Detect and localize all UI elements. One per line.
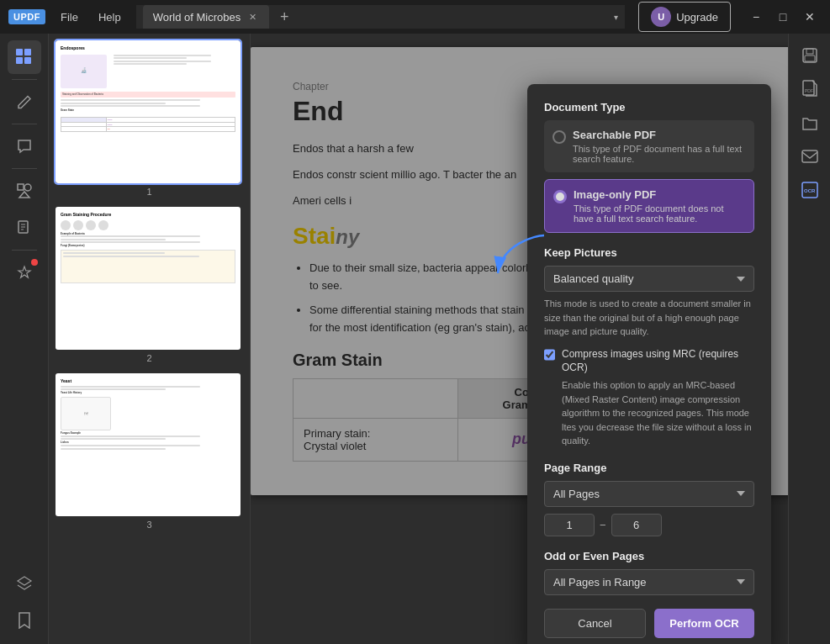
page-number-2: 2 [56, 353, 243, 363]
maximize-button[interactable]: □ [771, 5, 795, 29]
help-menu[interactable]: Help [90, 8, 130, 27]
svg-text:OCR: OCR [804, 188, 816, 193]
document-tab[interactable]: World of Microbes ✕ [143, 5, 270, 29]
page-number-3: 3 [56, 520, 243, 530]
thumbnail-page-1[interactable]: Endospores 🔬 Staining and Observation of… [56, 40, 243, 197]
compress-desc: Enable this option to apply an MRC-based… [562, 378, 754, 448]
page-range-section: Page Range All Pages − [544, 462, 754, 536]
left-sidebar [0, 34, 49, 644]
compress-label: Compress images using MRC (requires OCR) [562, 347, 754, 376]
image-only-pdf-option[interactable]: Image-only PDF This type of PDF document… [544, 179, 754, 233]
sidebar-item-sticker[interactable] [8, 256, 41, 289]
sidebar-item-edit[interactable] [8, 85, 41, 119]
svg-point-5 [24, 184, 31, 191]
odd-even-section: Odd or Even Pages All Pages in Range [544, 550, 754, 595]
sticker-badge [31, 259, 38, 266]
tab-close-button[interactable]: ✕ [246, 10, 259, 24]
right-save-icon[interactable] [795, 40, 825, 71]
document-type-label: Document Type [544, 101, 754, 113]
content-area: Chapter End Endos that a harsh a few End… [251, 34, 788, 644]
dialog-overlay: Document Type Searchable PDF This type o… [251, 34, 788, 644]
svg-rect-4 [18, 184, 24, 190]
right-open-icon[interactable] [795, 108, 825, 138]
right-pdf-icon[interactable]: PDF [795, 74, 825, 104]
searchable-label: Searchable PDF [573, 129, 746, 141]
sidebar-item-layers[interactable] [8, 567, 41, 600]
divider [12, 250, 37, 251]
tabs-dropdown[interactable]: ▾ [614, 13, 618, 22]
page-number-1: 1 [56, 187, 243, 197]
sidebar-item-shapes[interactable] [8, 174, 41, 208]
svg-rect-2 [16, 57, 23, 64]
svg-rect-3 [24, 57, 31, 64]
searchable-desc: This type of PDF document has a full tex… [573, 144, 746, 164]
keep-pictures-label: Keep Pictures [544, 246, 754, 259]
thumbnail-page-3[interactable]: Yeast Yeast Life History 🗺 Fungus Exampl… [56, 373, 243, 530]
sidebar-item-bookmark[interactable] [8, 604, 41, 637]
thumbnail-image-1: Endospores 🔬 Staining and Observation of… [56, 40, 241, 183]
svg-marker-6 [19, 192, 29, 198]
titlebar: UPDF File Help World of Microbes ✕ + ▾ U… [0, 0, 830, 34]
compress-checkbox-row: Compress images using MRC (requires OCR)… [544, 347, 754, 448]
thumbnail-panel: Endospores 🔬 Staining and Observation of… [49, 34, 251, 644]
divider [12, 124, 37, 124]
document-type-section: Document Type Searchable PDF This type o… [544, 101, 754, 233]
user-avatar: U [651, 7, 671, 27]
ocr-dialog: Document Type Searchable PDF This type o… [527, 84, 771, 644]
tab-label: World of Microbes [153, 11, 241, 24]
svg-rect-11 [805, 55, 815, 61]
searchable-pdf-option[interactable]: Searchable PDF This type of PDF document… [544, 120, 754, 172]
svg-rect-0 [16, 49, 23, 55]
menu-bar: File Help [52, 8, 130, 27]
upgrade-button[interactable]: U Upgrade [638, 2, 731, 32]
range-to-input[interactable] [611, 514, 662, 536]
image-only-desc: This type of PDF document does not have … [574, 203, 745, 224]
svg-rect-10 [806, 49, 813, 54]
perform-ocr-button[interactable]: Perform OCR [654, 609, 754, 638]
upgrade-label: Upgrade [676, 11, 718, 24]
image-only-label: Image-only PDF [574, 188, 745, 201]
keep-pictures-section: Keep Pictures Balanced quality This mode… [544, 246, 754, 448]
sidebar-item-pages[interactable] [8, 211, 41, 245]
svg-rect-14 [802, 150, 817, 162]
page-range-select[interactable]: All Pages [544, 481, 754, 507]
range-from-input[interactable] [544, 514, 595, 536]
sidebar-item-thumbnails[interactable] [8, 40, 41, 74]
divider [12, 79, 37, 80]
page-range-label: Page Range [544, 462, 754, 474]
range-separator: − [600, 519, 606, 531]
dialog-actions: Cancel Perform OCR [544, 609, 754, 638]
svg-rect-1 [24, 49, 31, 55]
thumbnail-page-2[interactable]: Gram Staining Procedure Example of Bacte… [56, 207, 243, 363]
svg-text:PDF: PDF [805, 88, 813, 93]
new-tab-button[interactable]: + [272, 5, 296, 29]
file-menu[interactable]: File [52, 8, 87, 27]
close-button[interactable]: ✕ [798, 5, 822, 29]
minimize-button[interactable]: − [744, 5, 768, 29]
quality-desc: This mode is used to create a document s… [544, 297, 754, 339]
page-range-row: − [544, 514, 754, 536]
thumbnail-image-3: Yeast Yeast Life History 🗺 Fungus Exampl… [56, 373, 241, 516]
thumbnail-image-2: Gram Staining Procedure Example of Bacte… [56, 207, 241, 350]
odd-even-select[interactable]: All Pages in Range [544, 569, 754, 595]
compress-checkbox[interactable] [544, 349, 555, 361]
cancel-button[interactable]: Cancel [544, 609, 646, 638]
app-logo: UPDF [8, 9, 45, 24]
sidebar-item-comment[interactable] [8, 129, 41, 163]
right-ocr-icon[interactable]: OCR [795, 175, 825, 205]
quality-select[interactable]: Balanced quality [544, 266, 754, 292]
odd-even-label: Odd or Even Pages [544, 550, 754, 562]
window-controls: − □ ✕ [744, 5, 822, 29]
tab-bar: World of Microbes ✕ + ▾ [136, 5, 625, 29]
right-sidebar: PDF OCR [788, 34, 830, 644]
right-mail-icon[interactable] [795, 141, 825, 172]
divider [12, 168, 37, 169]
main-area: Endospores 🔬 Staining and Observation of… [0, 34, 830, 644]
